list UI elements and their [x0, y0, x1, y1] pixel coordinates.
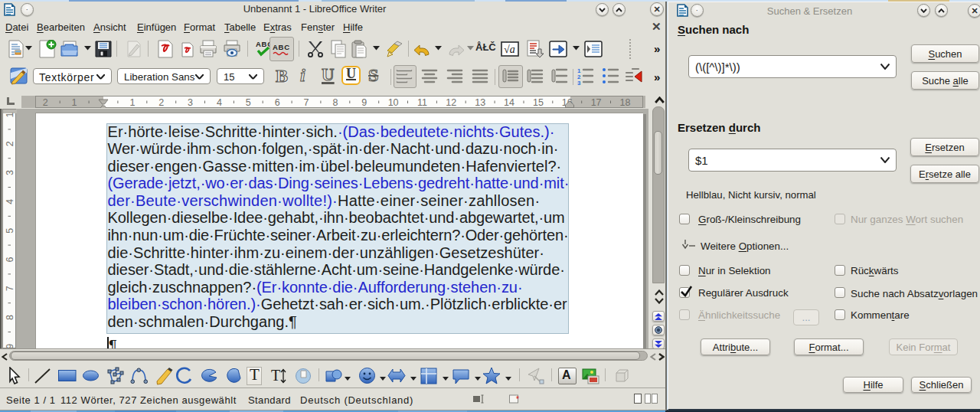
svg-text:5: 5	[246, 97, 251, 108]
svg-text:2: 2	[5, 141, 15, 146]
svg-text:12: 12	[446, 97, 456, 108]
svg-text:1: 1	[5, 112, 15, 117]
svg-text:6: 6	[275, 97, 280, 108]
svg-text:7: 7	[5, 286, 15, 291]
svg-text:13: 13	[475, 97, 485, 108]
svg-text:14: 14	[504, 97, 514, 108]
svg-text:8: 8	[332, 97, 338, 108]
svg-text:17: 17	[591, 97, 602, 108]
svg-text:4: 4	[5, 199, 15, 204]
svg-text:2: 2	[43, 97, 48, 108]
svg-text:4: 4	[217, 97, 222, 108]
svg-text:1: 1	[72, 97, 77, 108]
svg-text:8: 8	[5, 315, 15, 320]
svg-text:2: 2	[158, 97, 164, 108]
svg-text:3: 3	[577, 80, 581, 85]
svg-text:9: 9	[5, 344, 15, 348]
svg-text:7: 7	[304, 97, 309, 108]
svg-text:3: 3	[5, 170, 15, 175]
svg-text:5: 5	[5, 228, 15, 234]
svg-text:15: 15	[533, 97, 544, 108]
svg-text:T: T	[271, 367, 280, 384]
svg-text:ABC: ABC	[273, 43, 289, 51]
svg-text:11: 11	[417, 97, 427, 108]
svg-text:6: 6	[5, 257, 15, 262]
svg-text:10: 10	[388, 97, 399, 108]
svg-text:3: 3	[188, 97, 193, 108]
svg-text:18: 18	[620, 97, 631, 108]
svg-text:1: 1	[129, 97, 135, 108]
svg-text:9: 9	[361, 97, 367, 108]
svg-text:√a: √a	[504, 44, 515, 55]
svg-text:*: *	[516, 395, 519, 404]
